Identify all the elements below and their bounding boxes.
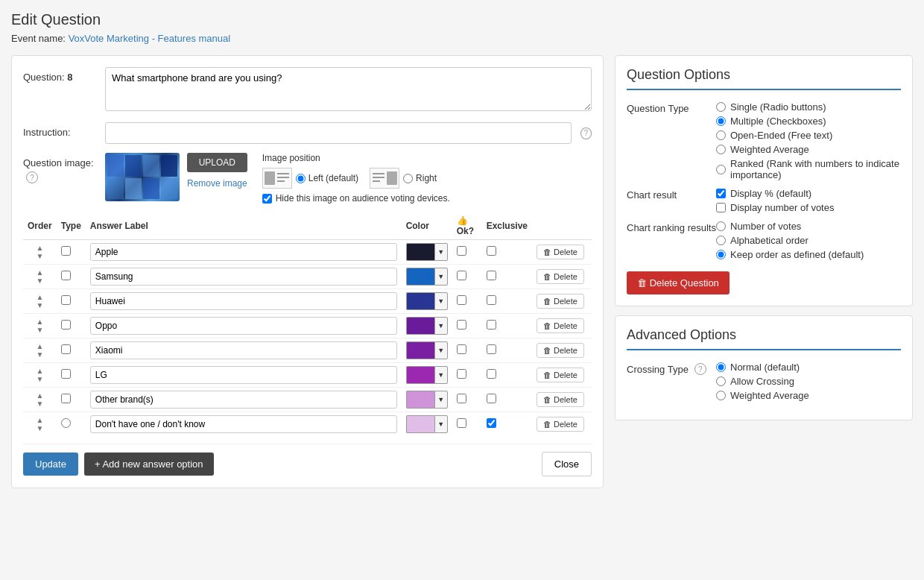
exclusive-checkbox[interactable] <box>487 271 496 280</box>
crossing-type-radio[interactable] <box>716 362 726 372</box>
delete-answer-button[interactable]: 🗑 Delete <box>537 392 584 407</box>
exclusive-checkbox[interactable] <box>487 320 496 330</box>
answer-type-input[interactable] <box>61 369 71 379</box>
answer-type-input[interactable] <box>61 271 71 280</box>
chart-result-checkbox[interactable] <box>716 189 726 198</box>
instruction-help-icon[interactable]: ? <box>580 127 592 139</box>
question-type-radio[interactable] <box>716 102 726 112</box>
color-box[interactable] <box>406 317 434 335</box>
answer-type-input[interactable] <box>61 344 71 354</box>
chart-ranking-radio[interactable] <box>716 250 726 259</box>
answer-label-input[interactable] <box>90 268 397 286</box>
delete-question-button[interactable]: 🗑 Delete Question <box>627 271 730 294</box>
chart-ranking-radio[interactable] <box>716 221 726 231</box>
color-dropdown-button[interactable]: ▼ <box>434 341 448 359</box>
color-dropdown-button[interactable]: ▼ <box>434 292 448 310</box>
ok-checkbox[interactable] <box>457 271 466 280</box>
chart-ranking-option: Keep order as defined (default) <box>716 249 901 260</box>
image-help-icon[interactable]: ? <box>26 171 38 183</box>
color-box[interactable] <box>406 341 434 359</box>
sort-arrows[interactable]: ▲▼ <box>28 342 52 359</box>
sort-arrows[interactable]: ▲▼ <box>28 391 52 408</box>
delete-answer-button[interactable]: 🗑 Delete <box>537 294 584 309</box>
exclusive-checkbox[interactable] <box>487 246 496 256</box>
color-box[interactable] <box>406 415 434 433</box>
sort-arrows[interactable]: ▲▼ <box>28 293 52 309</box>
hide-image-checkbox[interactable] <box>262 194 272 204</box>
delete-answer-button[interactable]: 🗑 Delete <box>537 368 584 382</box>
ok-checkbox[interactable] <box>457 394 466 403</box>
right-image-icon <box>370 168 399 189</box>
color-dropdown-button[interactable]: ▼ <box>434 317 448 335</box>
question-type-radio[interactable] <box>716 116 726 126</box>
delete-answer-button[interactable]: 🗑 Delete <box>537 318 584 333</box>
sort-arrows[interactable]: ▲▼ <box>28 416 52 432</box>
crossing-type-radio[interactable] <box>716 376 726 386</box>
instruction-label: Instruction: <box>23 122 105 138</box>
instruction-input[interactable]: If you have multiple, you can choose mor… <box>105 122 572 144</box>
color-dropdown-button[interactable]: ▼ <box>434 366 448 384</box>
answer-label-input[interactable] <box>90 341 397 359</box>
exclusive-checkbox[interactable] <box>487 418 496 428</box>
add-answer-button[interactable]: + Add new answer option <box>84 453 214 476</box>
close-button[interactable]: Close <box>542 452 592 476</box>
answer-label-input[interactable] <box>90 391 397 409</box>
chart-ranking-label: Number of votes <box>730 221 801 232</box>
color-dropdown-button[interactable]: ▼ <box>434 391 448 409</box>
answer-type-input[interactable] <box>61 246 71 256</box>
right-position-radio[interactable] <box>403 174 413 183</box>
svg-rect-3 <box>277 180 285 182</box>
question-type-radio[interactable] <box>716 145 726 154</box>
ok-checkbox[interactable] <box>457 344 466 354</box>
exclusive-checkbox[interactable] <box>487 344 496 354</box>
answer-label-input[interactable] <box>90 292 397 310</box>
answer-label-input[interactable] <box>90 243 397 261</box>
exclusive-checkbox[interactable] <box>487 295 496 305</box>
answer-label-input[interactable] <box>90 366 397 384</box>
color-box[interactable] <box>406 391 434 409</box>
crossing-type-radio[interactable] <box>716 391 726 400</box>
answer-type-input[interactable] <box>61 394 71 403</box>
ok-checkbox[interactable] <box>457 246 466 256</box>
answer-type-input[interactable] <box>61 295 71 305</box>
delete-answer-button[interactable]: 🗑 Delete <box>537 245 584 259</box>
sort-arrows[interactable]: ▲▼ <box>28 367 52 383</box>
question-type-radio[interactable] <box>716 130 726 140</box>
sort-arrows[interactable]: ▲▼ <box>28 244 52 260</box>
color-dropdown-button[interactable]: ▼ <box>434 268 448 286</box>
chart-ranking-radio[interactable] <box>716 236 726 245</box>
update-button[interactable]: Update <box>23 453 78 476</box>
event-name-link[interactable]: VoxVote Marketing - Features manual <box>69 33 231 44</box>
table-row: ▲▼ ▼ 🗑 Delete <box>23 240 592 265</box>
remove-image-link[interactable]: Remove image <box>187 178 247 189</box>
ok-checkbox[interactable] <box>457 418 466 428</box>
color-box[interactable] <box>406 292 434 310</box>
exclusive-checkbox[interactable] <box>487 394 496 403</box>
sort-arrows[interactable]: ▲▼ <box>28 318 52 334</box>
crossing-type-help-icon[interactable]: ? <box>694 363 706 375</box>
question-text-input[interactable]: What smartphone brand are you using? <box>105 67 592 111</box>
delete-answer-button[interactable]: 🗑 Delete <box>537 269 584 284</box>
color-box[interactable] <box>406 366 434 384</box>
exclusive-checkbox[interactable] <box>487 369 496 379</box>
color-box[interactable] <box>406 243 434 261</box>
question-type-radio[interactable] <box>716 165 726 174</box>
color-dropdown-button[interactable]: ▼ <box>434 415 448 433</box>
color-box[interactable] <box>406 268 434 286</box>
form-buttons-row: Update + Add new answer option Close <box>23 444 592 476</box>
answer-type-input[interactable] <box>61 418 71 428</box>
ok-checkbox[interactable] <box>457 320 466 330</box>
table-row: ▲▼ ▼ 🗑 Delete <box>23 412 592 437</box>
answer-type-input[interactable] <box>61 320 71 330</box>
delete-answer-button[interactable]: 🗑 Delete <box>537 417 584 432</box>
answer-label-input[interactable] <box>90 415 397 433</box>
color-dropdown-button[interactable]: ▼ <box>434 243 448 261</box>
answer-label-input[interactable] <box>90 317 397 335</box>
delete-answer-button[interactable]: 🗑 Delete <box>537 343 584 358</box>
chart-result-checkbox[interactable] <box>716 203 726 212</box>
sort-arrows[interactable]: ▲▼ <box>28 268 52 285</box>
left-position-radio[interactable] <box>296 174 306 183</box>
upload-image-button[interactable]: UPLOAD <box>187 153 247 172</box>
ok-checkbox[interactable] <box>457 295 466 305</box>
ok-checkbox[interactable] <box>457 369 466 379</box>
